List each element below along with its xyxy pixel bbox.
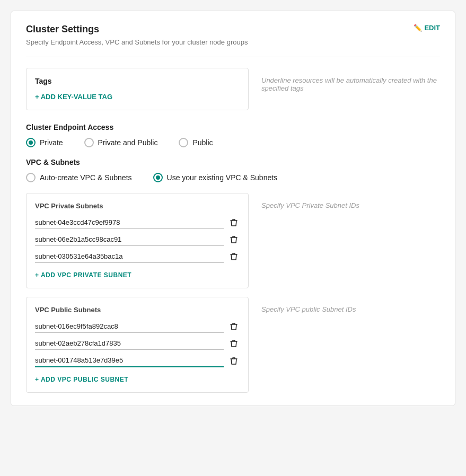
radio-public-input[interactable] — [179, 138, 188, 147]
endpoint-access-label: Cluster Endpoint Access — [26, 123, 440, 131]
vpc-subnets-section: VPC & Subnets Auto-create VPC & Subnets … — [26, 158, 440, 182]
public-subnets-box: VPC Public Subnets — [26, 297, 440, 393]
endpoint-access-section: Cluster Endpoint Access Private Private … — [26, 123, 440, 147]
trash-icon — [230, 235, 238, 244]
vpc-subnets-radio-group: Auto-create VPC & Subnets Use your exist… — [26, 173, 440, 182]
radio-public[interactable]: Public — [179, 138, 213, 147]
private-subnets-panel: VPC Private Subnets — [26, 193, 249, 288]
radio-private-input[interactable] — [26, 138, 36, 147]
delete-private-subnet-0[interactable] — [228, 217, 240, 228]
subnet-boxes: VPC Private Subnets — [26, 193, 440, 393]
add-public-subnet-button[interactable]: + ADD VPC PUBLIC SUBNET — [35, 376, 128, 383]
private-subnet-row-2 — [35, 250, 240, 263]
trash-icon — [230, 218, 238, 227]
private-subnet-input-2[interactable] — [35, 250, 224, 263]
radio-private[interactable]: Private — [26, 138, 63, 147]
private-subnet-row-1 — [35, 233, 240, 246]
public-subnets-hint: Specify VPC public Subnet IDs — [261, 297, 440, 313]
add-tag-button[interactable]: + ADD KEY-VALUE TAG — [35, 93, 112, 101]
card-header: Cluster Settings ✏️ EDIT — [26, 24, 440, 35]
add-private-subnet-button[interactable]: + ADD VPC PRIVATE SUBNET — [35, 271, 131, 279]
radio-private-label: Private — [40, 138, 63, 147]
delete-private-subnet-2[interactable] — [228, 251, 240, 262]
divider — [26, 57, 440, 57]
delete-private-subnet-1[interactable] — [228, 234, 240, 245]
private-subnets-hint: Specify VPC Private Subnet IDs — [261, 193, 440, 209]
radio-existing-vpc[interactable]: Use your existing VPC & Subnets — [153, 173, 278, 182]
cluster-settings-card: Cluster Settings ✏️ EDIT Specify Endpoin… — [11, 11, 455, 406]
vpc-subnets-label: VPC & Subnets — [26, 158, 440, 166]
card-subtitle: Specify Endpoint Access, VPC and Subnets… — [26, 38, 440, 46]
public-subnet-row-1 — [35, 337, 240, 350]
radio-private-public[interactable]: Private and Public — [84, 138, 158, 147]
private-subnets-box: VPC Private Subnets — [26, 193, 440, 288]
tags-hint: Underline resources will be automaticall… — [261, 68, 440, 110]
radio-private-public-input[interactable] — [84, 138, 94, 147]
private-subnets-label: VPC Private Subnets — [35, 202, 240, 210]
endpoint-access-radio-group: Private Private and Public Public — [26, 138, 440, 147]
delete-public-subnet-0[interactable] — [228, 321, 240, 332]
public-subnets-label: VPC Public Subnets — [35, 306, 240, 314]
radio-auto-create-label: Auto-create VPC & Subnets — [40, 173, 132, 182]
trash-icon — [230, 252, 238, 261]
public-subnet-input-0[interactable] — [35, 320, 224, 333]
delete-public-subnet-2[interactable] — [228, 356, 240, 366]
private-subnet-row-0 — [35, 216, 240, 229]
private-subnet-input-1[interactable] — [35, 233, 224, 246]
radio-existing-vpc-label: Use your existing VPC & Subnets — [167, 173, 278, 182]
public-subnet-input-1[interactable] — [35, 337, 224, 350]
public-subnet-input-2[interactable] — [35, 354, 224, 367]
public-subnet-row-2 — [35, 354, 240, 367]
trash-icon — [230, 322, 238, 331]
private-subnet-input-0[interactable] — [35, 216, 224, 229]
card-title: Cluster Settings — [26, 24, 99, 35]
trash-icon — [230, 357, 238, 365]
tags-section: Tags + ADD KEY-VALUE TAG Underline resou… — [26, 68, 440, 110]
radio-public-label: Public — [192, 138, 213, 147]
public-subnet-row-0 — [35, 320, 240, 333]
trash-icon — [230, 339, 238, 348]
tags-label: Tags — [35, 77, 240, 85]
radio-private-public-label: Private and Public — [98, 138, 158, 147]
radio-auto-create[interactable]: Auto-create VPC & Subnets — [26, 173, 132, 182]
radio-auto-create-input[interactable] — [26, 173, 36, 182]
pencil-icon: ✏️ — [414, 24, 422, 32]
tags-box: Tags + ADD KEY-VALUE TAG — [26, 68, 249, 110]
public-subnets-panel: VPC Public Subnets — [26, 297, 249, 393]
delete-public-subnet-1[interactable] — [228, 338, 240, 349]
radio-existing-vpc-input[interactable] — [153, 173, 163, 182]
edit-button[interactable]: ✏️ EDIT — [414, 24, 440, 32]
